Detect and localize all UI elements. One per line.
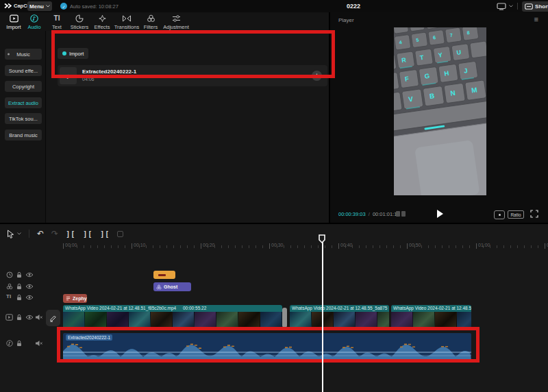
adjustment-icon: [172, 14, 181, 23]
playhead-handle[interactable]: [319, 234, 325, 243]
effect-clip-label: Ghost: [164, 284, 177, 289]
timeline-panel: ↶ ↷ ][ ][ ][ 00:00 00:10 00:20 00:30 00:…: [0, 223, 548, 392]
fullscreen-button[interactable]: [530, 210, 538, 218]
cursor-mode-dropdown[interactable]: [17, 232, 21, 235]
lock-icon[interactable]: [16, 340, 23, 347]
import-dot-icon: [62, 51, 66, 56]
video-preview: 345 678 ERT YU: [394, 27, 486, 195]
audio-item-name: Extracted20240222-1: [82, 69, 136, 75]
menu-button[interactable]: Menu: [27, 1, 52, 11]
ratio-button[interactable]: Ratio: [508, 210, 524, 219]
playhead-line[interactable]: [322, 236, 323, 392]
sidebar-item-sound-effects[interactable]: Sound effe...: [5, 65, 42, 76]
edit-cover-button[interactable]: [46, 310, 60, 326]
sidebar-item-extract-audio[interactable]: Extract audio: [5, 97, 42, 108]
sidebar-item-music[interactable]: Music: [5, 49, 42, 60]
video-clip-1[interactable]: WhatsApp Video 2024-02-21 at 12.48.51_f8…: [63, 305, 282, 330]
capcut-logo-icon: [4, 2, 12, 10]
audio-item-duration: 04:06: [82, 77, 95, 82]
tab-filters[interactable]: Filters: [141, 14, 160, 31]
tab-audio-label: Audio: [27, 24, 40, 30]
tab-adjustment[interactable]: Adjustment: [159, 14, 193, 31]
sticker-clip[interactable]: [153, 271, 175, 279]
trim-right-button[interactable]: ][: [100, 230, 110, 238]
text-clip-zephy[interactable]: Zephy: [63, 294, 87, 303]
video-clip-header: WhatsApp Video 2024-02-21 at 12.48.5: [391, 305, 471, 312]
clip-transition-handle[interactable]: [282, 308, 287, 328]
video-clip-3[interactable]: WhatsApp Video 2024-02-21 at 12.48.5: [391, 305, 471, 330]
video-clip-footer: [290, 329, 389, 330]
split-button[interactable]: ][: [66, 230, 75, 238]
tab-transitions-label: Transitions: [114, 24, 139, 30]
keyboard-video-still: 345 678 ERT YU: [394, 27, 486, 195]
effect-track-icon: [6, 283, 13, 290]
lock-icon[interactable]: [16, 314, 23, 321]
sticker-clip-glyph: [158, 274, 166, 276]
mute-icon[interactable]: [35, 340, 42, 347]
frame-display-icon: [396, 211, 406, 217]
lock-icon[interactable]: [16, 271, 23, 278]
sidebar-item-brand-music[interactable]: Brand music: [5, 130, 42, 140]
chevron-down-icon[interactable]: [509, 5, 513, 8]
undo-button[interactable]: ↶: [37, 229, 44, 238]
playhead-icon: [319, 234, 325, 243]
fullscreen-icon: [530, 210, 538, 218]
import-button[interactable]: Import: [58, 48, 88, 59]
shortcuts-button[interactable]: Short: [522, 1, 548, 12]
tab-filters-label: Filters: [144, 24, 158, 30]
tab-effects[interactable]: Effects: [90, 14, 114, 31]
redo-button[interactable]: ↷: [51, 229, 58, 238]
video-clip-2[interactable]: WhatsApp Video 2024-02-21 at 12.48.55_5a…: [290, 305, 389, 330]
imported-audio-item[interactable]: ♪ Extracted20240222-1 04:06 +: [58, 65, 327, 86]
play-button[interactable]: [437, 210, 443, 218]
tab-text[interactable]: TI Text: [47, 14, 67, 31]
video-clip-name: WhatsApp Video 2024-02-21 at 12.48.55_5a…: [292, 306, 387, 310]
keyboard-icon: [525, 3, 533, 10]
effects-icon: [98, 14, 107, 23]
media-content: Import ♪ Extracted20240222-1 04:06 +: [47, 31, 329, 223]
current-time: 00:00:39:03: [338, 211, 366, 217]
delete-button[interactable]: [117, 231, 123, 237]
tab-audio[interactable]: Audio: [22, 14, 47, 31]
tab-adjustment-label: Adjustment: [163, 24, 189, 30]
svg-text:N: N: [450, 89, 456, 97]
add-to-timeline-button[interactable]: +: [312, 71, 322, 81]
audio-clip[interactable]: Extracted20240222-1: [63, 333, 471, 360]
tab-transitions[interactable]: Transitions: [111, 14, 142, 31]
mute-icon[interactable]: [35, 314, 42, 321]
sticker-icon: [75, 14, 84, 23]
focus-preview-button[interactable]: [494, 210, 505, 219]
audio-clip-name: Extracted20240222-1: [66, 334, 112, 341]
video-filmstrip: [391, 312, 471, 329]
eye-icon[interactable]: [25, 284, 34, 289]
sidebar-item-copyright[interactable]: Copyright: [5, 81, 42, 92]
video-track-icon: [5, 314, 13, 321]
sidebar-item-label: Music: [16, 51, 30, 58]
select-cursor-button[interactable]: [7, 230, 14, 238]
delete-icon: [117, 231, 123, 237]
lock-icon[interactable]: [16, 294, 23, 301]
svg-text:G: G: [424, 72, 430, 80]
menu-label: Menu: [29, 3, 44, 10]
text-track-icon: TI: [6, 293, 11, 299]
eye-icon[interactable]: [25, 295, 34, 300]
ruler-label: 00:10: [132, 243, 146, 247]
effect-clip-ghost[interactable]: Ghost: [153, 282, 191, 291]
tab-text-label: Text: [52, 24, 62, 30]
import-icon: [10, 14, 18, 23]
trim-left-button[interactable]: ][: [83, 230, 92, 238]
sticker-track-icon: [6, 271, 13, 278]
display-mode-icon[interactable]: [497, 3, 506, 10]
audio-icon: [30, 14, 38, 23]
audio-category-sidebar: Music Sound effe... Copyright Extract au…: [0, 31, 46, 223]
eye-icon[interactable]: [25, 272, 34, 278]
player-panel-label: Player: [338, 17, 354, 23]
sidebar-item-tiktok-sounds[interactable]: TikTok sou...: [5, 113, 42, 124]
video-filmstrip: [290, 312, 389, 329]
eye-icon[interactable]: [25, 315, 34, 320]
player-menu-icon[interactable]: ≡: [534, 15, 538, 23]
tab-stickers[interactable]: Stickers: [67, 14, 92, 31]
player-panel: Player ≡: [329, 12, 548, 223]
pencil-icon: [49, 315, 57, 322]
lock-icon[interactable]: [16, 283, 23, 290]
